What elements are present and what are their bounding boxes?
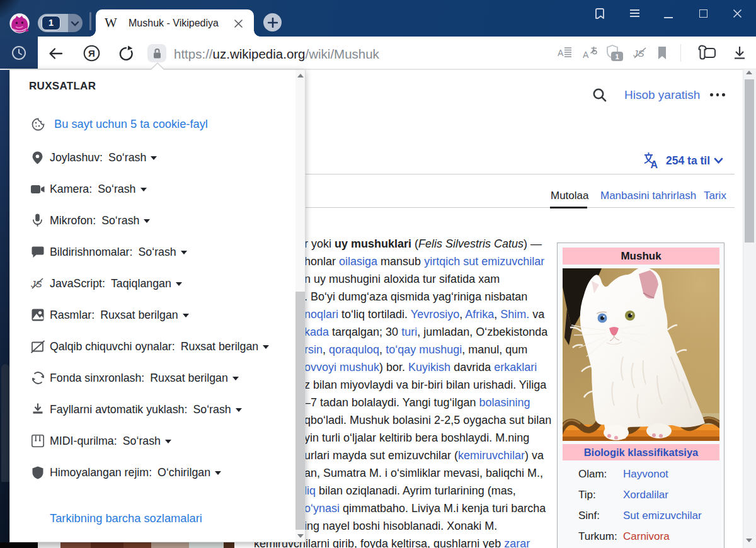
svg-text:A: A bbox=[651, 159, 658, 169]
svg-text:A: A bbox=[558, 48, 564, 58]
svg-text:A: A bbox=[583, 50, 589, 60]
svg-text:1: 1 bbox=[615, 53, 619, 60]
svg-text:Я: Я bbox=[88, 48, 95, 59]
